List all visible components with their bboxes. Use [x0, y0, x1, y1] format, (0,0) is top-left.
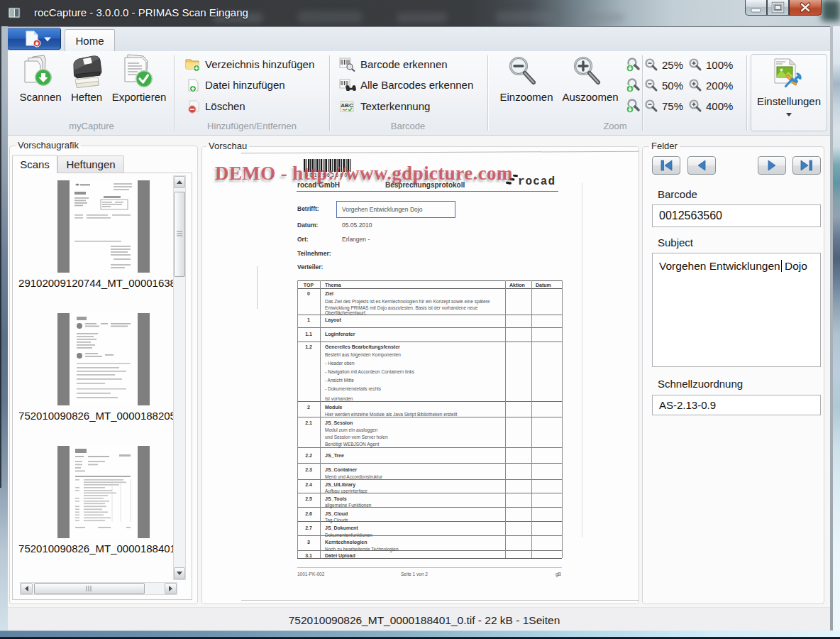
svg-text:ABC: ABC: [341, 102, 353, 109]
